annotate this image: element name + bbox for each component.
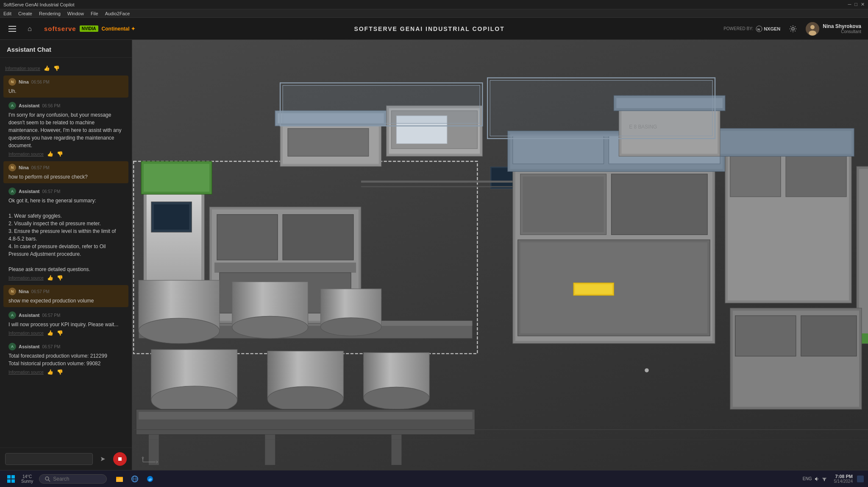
msg-time: 06:57 PM: [42, 344, 61, 349]
svg-rect-21: [214, 263, 356, 273]
weather-info: 14°C Sunny: [21, 474, 33, 484]
svg-point-107: [45, 477, 49, 480]
user-role: Consultant: [823, 29, 861, 34]
network-icon[interactable]: [821, 476, 827, 482]
svg-rect-119: [822, 478, 826, 479]
thumbs-up-btn[interactable]: 👍: [47, 151, 53, 157]
thumbs-down-btn[interactable]: 👎: [57, 151, 63, 157]
thumbs-up-btn[interactable]: 👍: [47, 369, 53, 375]
thumbs-down-btn[interactable]: 👎: [53, 65, 60, 71]
msg-sender: Assistant: [19, 313, 40, 318]
thumbs-up-btn[interactable]: 👍: [47, 275, 53, 281]
user-area: Nina Shyrokova Consultant: [806, 22, 861, 36]
softserve-logo: softserve: [44, 25, 76, 32]
svg-rect-69: [575, 284, 612, 294]
msg-header: N Nina 06:57 PM: [8, 288, 123, 295]
feedback-row: Information source 👍 👎: [8, 151, 123, 157]
feedback-row: Information source 👍 👎: [8, 275, 123, 281]
svg-rect-19: [217, 215, 278, 260]
info-source-link[interactable]: Information source: [8, 331, 44, 336]
minimize-btn[interactable]: ─: [848, 2, 851, 7]
msg-header: A Assistant 06:57 PM: [8, 188, 123, 195]
chat-input[interactable]: [5, 453, 93, 465]
chat-input-area: [0, 448, 132, 470]
info-source-row: Information source 👍 👎: [0, 61, 132, 74]
user-avatar-small: N: [8, 78, 16, 86]
msg-sender: Assistant: [19, 344, 40, 349]
svg-rect-104: [11, 475, 15, 479]
msg-text: I will now process your KPI inquiry. Ple…: [8, 321, 123, 328]
menu-audio2face[interactable]: Audio2Face: [105, 11, 130, 16]
info-source-link[interactable]: Information source: [8, 276, 44, 280]
nvidia-logo: NVIDIA: [80, 25, 98, 32]
svg-point-5: [809, 31, 816, 36]
menu-rendering[interactable]: Rendering: [39, 11, 61, 16]
nav-left: ⌂ softserve NVIDIA Continental ✦: [7, 23, 135, 35]
thumbs-down-btn[interactable]: 👎: [57, 330, 63, 336]
nav-right: POWERED BY: N NXGEN: [723, 22, 861, 36]
search-input[interactable]: [53, 476, 95, 482]
msg-text: I'm sorry for any confusion, but your me…: [8, 111, 123, 149]
search-bar[interactable]: Search: [39, 474, 107, 484]
assistant-message-2: A Assistant 06:57 PM Ok got it, here is …: [3, 185, 128, 283]
stop-icon: [117, 456, 122, 462]
assistant-message-1: A Assistant 06:56 PM I'm sorry for any c…: [3, 99, 128, 160]
msg-header: N Nina 06:56 PM: [8, 78, 123, 86]
user-message-2: N Nina 06:57 PM how to perform oil press…: [3, 161, 128, 183]
volume-icon[interactable]: [814, 476, 820, 482]
svg-point-40: [364, 387, 429, 409]
app-title: SOFTSERVE GENAI INDUSTRIAL COPILOT: [135, 25, 723, 32]
send-button[interactable]: [96, 452, 110, 466]
assistant-message-3: A Assistant 06:57 PM I will now process …: [3, 309, 128, 339]
msg-header: A Assistant 06:57 PM: [8, 343, 123, 350]
chat-panel: Assistant Chat Information source 👍 👎 N …: [0, 40, 132, 470]
assistant-avatar-small: A: [8, 188, 16, 195]
svg-marker-6: [101, 457, 105, 461]
thumbs-up-btn[interactable]: 👍: [44, 65, 50, 71]
notification-icon[interactable]: [856, 475, 865, 483]
menu-window[interactable]: Window: [67, 11, 84, 16]
hamburger-button[interactable]: [7, 23, 19, 35]
chat-messages[interactable]: Information source 👍 👎 N Nina 06:56 PM U…: [0, 58, 132, 448]
msg-header: A Assistant 06:56 PM: [8, 102, 123, 109]
user-info: Nina Shyrokova Consultant: [823, 23, 861, 34]
thumbs-up-btn[interactable]: 👍: [47, 330, 53, 336]
msg-header: A Assistant 06:57 PM: [8, 311, 123, 319]
info-source-link[interactable]: Information source: [5, 66, 40, 71]
close-btn[interactable]: ✕: [861, 2, 865, 7]
title-bar: SoftServe GenAI Industrial Copilot ─ □ ✕: [0, 0, 868, 9]
menu-create[interactable]: Create: [18, 11, 32, 16]
svg-point-37: [267, 386, 343, 412]
svg-text:Y: Y: [142, 456, 144, 461]
menu-file[interactable]: File: [91, 11, 98, 16]
taskbar-icon-browser1[interactable]: [128, 472, 142, 486]
axis-indicator: X Y: [141, 456, 158, 465]
avatar: [806, 22, 819, 36]
home-button[interactable]: ⌂: [24, 23, 36, 35]
svg-point-98: [645, 368, 649, 372]
svg-rect-45: [392, 434, 402, 465]
stop-button[interactable]: [113, 452, 127, 466]
info-source-link[interactable]: Information source: [8, 370, 44, 375]
taskbar-icon-explorer[interactable]: [113, 472, 126, 486]
taskbar-right: ENG 7:08 PM 5/14/2024: [803, 474, 865, 484]
maximize-btn[interactable]: □: [854, 2, 857, 7]
thumbs-down-btn[interactable]: 👎: [57, 369, 63, 375]
info-source-link[interactable]: Information source: [8, 152, 44, 157]
powered-by: POWERED BY: N NXGEN: [723, 25, 780, 32]
msg-time: 06:57 PM: [42, 189, 61, 194]
viewport[interactable]: E 8 BASING: [132, 40, 868, 470]
taskbar-icon-browser2[interactable]: [143, 472, 157, 486]
start-button[interactable]: [3, 471, 19, 487]
edge-icon: [146, 475, 154, 483]
svg-point-2: [792, 28, 794, 30]
thumbs-down-btn[interactable]: 👎: [57, 275, 63, 281]
scene-svg: E 8 BASING: [132, 40, 868, 470]
settings-button[interactable]: [787, 23, 799, 35]
msg-sender: Assistant: [19, 189, 40, 194]
weather-condition: Sunny: [21, 479, 33, 484]
msg-sender: Nina: [19, 165, 29, 170]
msg-time: 06:56 PM: [42, 104, 61, 108]
svg-rect-73: [786, 156, 846, 196]
menu-edit[interactable]: Edit: [3, 11, 11, 16]
